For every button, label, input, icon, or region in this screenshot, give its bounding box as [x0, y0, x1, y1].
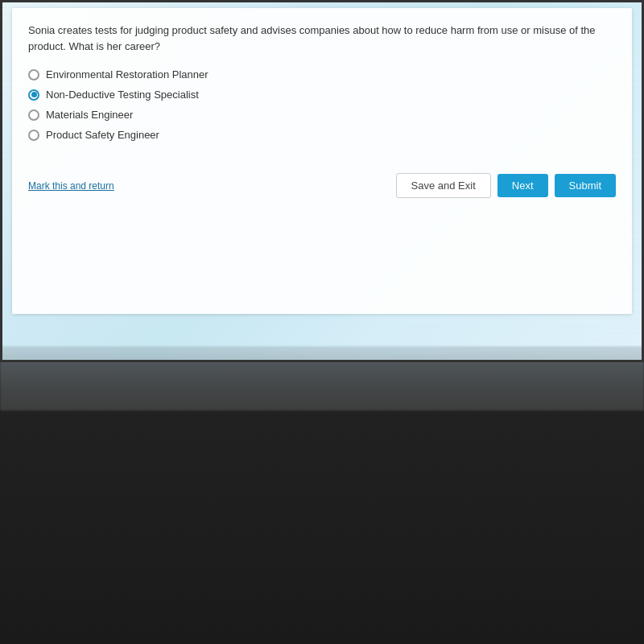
question-text: Sonia creates tests for judging product …	[28, 23, 616, 54]
radio-2[interactable]	[28, 89, 39, 101]
option-3-label: Materials Engineer	[46, 109, 133, 121]
option-2[interactable]: Non-Deductive Testing Specialist	[28, 89, 616, 101]
screen: Sonia creates tests for judging product …	[0, 0, 644, 362]
footer-bar: Mark this and return Save and Exit Next …	[28, 165, 616, 198]
radio-3[interactable]	[28, 109, 39, 121]
save-exit-button[interactable]: Save and Exit	[396, 173, 491, 198]
laptop-container: Sonia creates tests for judging product …	[0, 0, 644, 644]
option-2-label: Non-Deductive Testing Specialist	[46, 89, 199, 101]
mark-return-link[interactable]: Mark this and return	[28, 180, 114, 192]
option-3[interactable]: Materials Engineer	[28, 109, 616, 121]
screen-reflection	[0, 346, 644, 411]
radio-1[interactable]	[28, 69, 39, 80]
option-1[interactable]: Environmental Restoration Planner	[28, 68, 616, 80]
next-button[interactable]: Next	[497, 174, 548, 197]
button-group: Save and Exit Next Submit	[396, 173, 616, 198]
options-list: Environmental Restoration Planner Non-De…	[28, 68, 616, 141]
option-1-label: Environmental Restoration Planner	[46, 68, 208, 80]
option-4-label: Product Safety Engineer	[46, 129, 159, 141]
radio-4[interactable]	[28, 130, 39, 141]
submit-button[interactable]: Submit	[555, 174, 616, 197]
option-4[interactable]: Product Safety Engineer	[28, 129, 616, 141]
quiz-panel: Sonia creates tests for judging product …	[12, 8, 632, 314]
